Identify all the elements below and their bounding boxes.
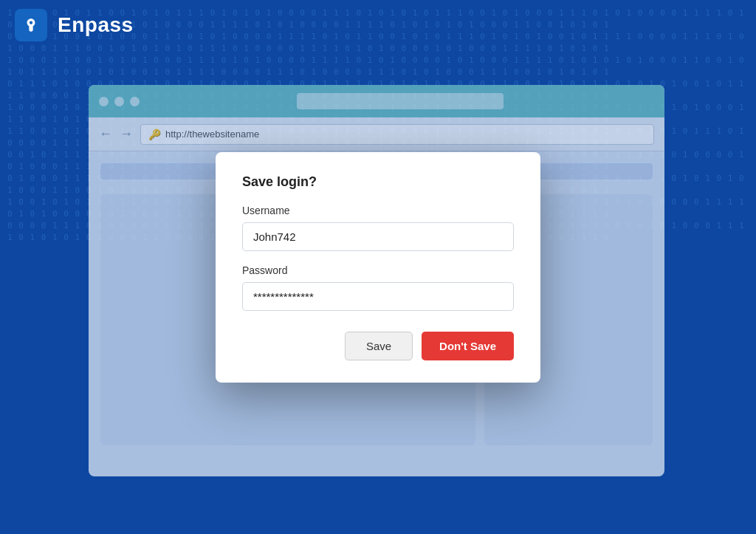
- modal-actions: Save Don't Save: [242, 332, 514, 360]
- save-login-modal: Save login? Username Password Save Don't…: [216, 152, 540, 383]
- username-input[interactable]: [242, 222, 514, 251]
- modal-overlay: Save login? Username Password Save Don't…: [0, 0, 756, 534]
- modal-title: Save login?: [242, 174, 514, 190]
- username-label: Username: [242, 205, 514, 216]
- save-button[interactable]: Save: [345, 332, 413, 360]
- dont-save-button[interactable]: Don't Save: [422, 332, 514, 360]
- password-label: Password: [242, 264, 514, 276]
- password-input[interactable]: [242, 282, 514, 311]
